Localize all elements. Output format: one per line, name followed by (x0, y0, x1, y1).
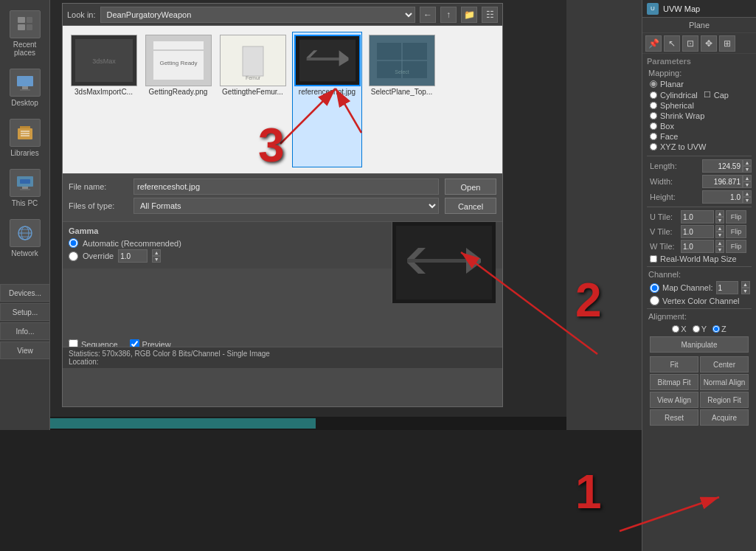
mapchannel-input[interactable] (716, 281, 738, 294)
sidebar-item-network[interactable]: Network (7, 216, 44, 260)
file-item-selected[interactable]: referenceshot.jpg (292, 32, 362, 167)
cylindrical-radio[interactable] (650, 91, 657, 99)
sidebar-item-thispc[interactable]: This PC (7, 166, 44, 210)
spherical-radio[interactable] (650, 102, 657, 109)
nav-back-button[interactable]: ← (420, 7, 436, 23)
wtile-down[interactable]: ▼ (715, 246, 724, 253)
manipulate-button[interactable]: Manipulate (650, 336, 749, 353)
extra-icon[interactable]: ⊞ (719, 35, 735, 52)
gamma-override-radio[interactable] (69, 252, 78, 261)
face-radio[interactable] (650, 133, 657, 140)
box-label: Box (660, 122, 674, 131)
move-icon[interactable]: ✥ (701, 35, 717, 52)
z-option[interactable]: Z (712, 325, 726, 333)
length-input-group: ▲ ▼ (702, 159, 752, 173)
cursor-icon[interactable]: ↖ (664, 35, 680, 52)
wtile-input[interactable] (681, 240, 714, 253)
utile-flip[interactable]: Flip (726, 210, 746, 223)
height-input[interactable] (702, 190, 743, 204)
reset-button[interactable]: Reset (650, 409, 698, 426)
gamma-automatic-radio[interactable] (69, 238, 78, 248)
realworld-checkbox[interactable] (650, 255, 657, 263)
wtile-flip[interactable]: Flip (726, 240, 746, 253)
mapchannel-radio[interactable] (650, 283, 659, 293)
vertexcolor-radio[interactable] (650, 296, 659, 305)
face-option[interactable]: Face (647, 132, 752, 141)
lookin-dropdown[interactable]: DeanPurgatoryWeapon (100, 7, 415, 23)
spherical-option[interactable]: Spherical (647, 101, 752, 110)
channel-down[interactable]: ▼ (741, 288, 750, 294)
z-radio[interactable] (712, 325, 720, 333)
gamma-override-input[interactable] (118, 249, 148, 263)
utile-up[interactable]: ▲ (715, 210, 724, 217)
select-icon[interactable]: ⊡ (682, 35, 698, 52)
x-radio[interactable] (672, 325, 679, 333)
normal-align-button[interactable]: Normal Align (700, 374, 749, 390)
file-item[interactable]: 3dsMax 3dsMaxImportC... (69, 32, 139, 167)
shrinkwrap-label: Shrink Wrap (660, 111, 704, 120)
desktop-icon (10, 69, 41, 97)
acquire-button[interactable]: Acquire (700, 409, 749, 426)
utile-input[interactable] (681, 210, 714, 223)
cap-checkbox-label: ☐ (704, 90, 711, 100)
vtile-label: V Tile: (650, 227, 679, 236)
shrinkwrap-option[interactable]: Shrink Wrap (647, 111, 752, 120)
file-thumbnail: Select (369, 35, 435, 86)
sidebar-item-recent[interactable]: Recent places (0, 7, 49, 60)
channel-up[interactable]: ▲ (741, 281, 750, 288)
view-toggle-button[interactable]: ☷ (482, 7, 498, 23)
box-radio[interactable] (650, 122, 657, 130)
vtile-flip[interactable]: Flip (726, 225, 746, 238)
width-input[interactable] (702, 175, 743, 188)
xyztouwv-option[interactable]: XYZ to UVW (647, 142, 752, 151)
planar-radio[interactable] (650, 80, 657, 88)
filename-input[interactable] (133, 179, 439, 195)
wtile-up[interactable]: ▲ (715, 240, 724, 246)
box-option[interactable]: Box (647, 122, 752, 131)
vtile-input[interactable] (681, 225, 714, 238)
region-fit-button[interactable]: Region Fit (700, 392, 749, 408)
nav-up-button[interactable]: ↑ (440, 7, 457, 23)
height-up[interactable]: ▲ (743, 190, 752, 197)
open-button[interactable]: Open (445, 179, 496, 195)
shrinkwrap-radio[interactable] (650, 112, 657, 119)
cylindrical-option[interactable]: Cylindrical ☐ Cap (647, 90, 752, 100)
planar-option[interactable]: Planar (647, 80, 752, 89)
vtile-up[interactable]: ▲ (715, 225, 724, 232)
x-option[interactable]: X (672, 325, 686, 333)
sidebar-item-desktop[interactable]: Desktop (7, 66, 44, 110)
gamma-spin-up[interactable]: ▲ (152, 249, 161, 256)
y-label: Y (701, 325, 707, 333)
filetype-dropdown[interactable]: All Formats (133, 198, 439, 214)
height-down[interactable]: ▼ (743, 197, 752, 204)
svg-rect-8 (20, 126, 30, 128)
length-input[interactable] (702, 159, 743, 173)
devices-button[interactable]: Devices... (0, 284, 50, 302)
width-up[interactable]: ▲ (743, 175, 752, 181)
setup-button[interactable]: Setup... (0, 303, 50, 321)
utile-down[interactable]: ▼ (715, 217, 724, 223)
fit-button[interactable]: Fit (650, 356, 698, 372)
y-radio[interactable] (693, 325, 700, 333)
stats-section: Statistics: 570x386, RGB Color 8 Bits/Ch… (63, 347, 502, 368)
xyztouwv-radio[interactable] (650, 143, 657, 150)
new-folder-button[interactable]: 📁 (461, 7, 477, 23)
view-button[interactable]: View (0, 342, 50, 359)
length-down[interactable]: ▼ (743, 166, 752, 173)
cancel-button[interactable]: Cancel (445, 198, 496, 214)
pin-icon[interactable]: 📌 (645, 35, 662, 52)
gamma-spin-down[interactable]: ▼ (152, 256, 161, 263)
view-align-button[interactable]: View Align (650, 392, 698, 408)
vtile-down[interactable]: ▼ (715, 232, 724, 238)
sidebar-item-libraries[interactable]: Libraries (7, 116, 44, 160)
y-option[interactable]: Y (693, 325, 707, 333)
width-down[interactable]: ▼ (743, 181, 752, 188)
info-button[interactable]: Info... (0, 322, 50, 340)
bitmap-fit-button[interactable]: Bitmap Fit (650, 374, 698, 390)
length-up[interactable]: ▲ (743, 159, 752, 166)
length-label: Length: (650, 162, 687, 170)
file-item[interactable]: Getting Ready GettingReady.png (143, 32, 213, 167)
center-button[interactable]: Center (700, 356, 749, 372)
file-item[interactable]: Select SelectPlane_Top... (367, 32, 437, 167)
file-item[interactable]: Femur GettingtheFemur... (218, 32, 288, 167)
